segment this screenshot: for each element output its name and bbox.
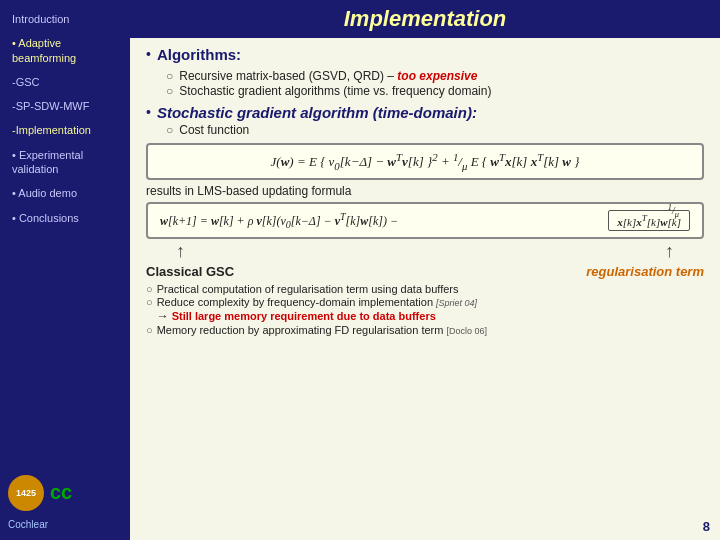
update-formula-row: w[k+1] = w[k] + ρ v[k](v0[k−Δ] − vT[k]w[… <box>160 210 690 231</box>
content-area: • Algorithms: ○ Recursive matrix-based (… <box>130 38 720 540</box>
sidebar-item-sp-sdw[interactable]: -SP-SDW-MWF <box>8 97 122 115</box>
sub-dot-4: ○ <box>146 283 153 295</box>
main-content: Implementation • Algorithms: ○ Recursive… <box>130 0 720 540</box>
spriet-ref: [Spriet 04] <box>436 298 477 308</box>
too-expensive-text: too expensive <box>397 69 477 83</box>
stochastic-section-title: Stochastic gradient algorithm (time-doma… <box>157 104 477 121</box>
sub-dot-7: ○ <box>146 324 153 336</box>
bullet1-text: Practical computation of regularisation … <box>157 283 459 295</box>
sidebar-item-experimental[interactable]: • Experimental validation <box>8 146 122 179</box>
sidebar-bottom: 1425 cc Cochlear <box>8 475 122 530</box>
cost-function-bullet: ○ Cost function <box>166 123 704 137</box>
bullet3-main: Still large memory requirement due to da… <box>172 310 436 322</box>
svg-text:cc: cc <box>50 481 72 503</box>
sub-dot-5: ○ <box>146 296 153 308</box>
algorithms-bullet: • Algorithms: <box>146 46 704 67</box>
j-formula: J(w) = E { v0[k−Δ] − wTv[k] }2 + 1/μ E {… <box>271 154 580 169</box>
reg-term-label: regularisation term <box>586 264 704 279</box>
sub-dot-3: ○ <box>166 123 173 137</box>
stochastic-algo-text: Stochastic gradient algorithms (time vs.… <box>179 84 491 98</box>
recursive-text: Recursive matrix-based (GSVD, QRD) – too… <box>179 69 477 83</box>
page-number: 8 <box>703 519 710 534</box>
stochastic-algo-bullet: ○ Stochastic gradient algorithms (time v… <box>166 84 704 98</box>
bullet-dot-algorithms: • <box>146 46 151 62</box>
cochlear-label: Cochlear <box>8 519 122 530</box>
j-formula-box: J(w) = E { v0[k−Δ] − wTv[k] }2 + 1/μ E {… <box>146 143 704 180</box>
sub-dot-1: ○ <box>166 69 173 83</box>
update-formula-box: w[k+1] = w[k] + ρ v[k](v0[k−Δ] − vT[k]w[… <box>146 202 704 239</box>
sub-dot-2: ○ <box>166 84 173 98</box>
doclo-ref: [Doclo 06] <box>446 326 487 336</box>
bullet3-text: → Still large memory requirement due to … <box>157 309 436 323</box>
bullet4-text: Memory reduction by approximating FD reg… <box>157 324 487 336</box>
algorithms-title: Algorithms: <box>157 46 241 63</box>
sidebar-item-adaptive[interactable]: • Adaptive beamforming <box>8 34 122 67</box>
arrows-row: ↑ ↑ <box>146 241 704 262</box>
sidebar-item-introduction[interactable]: Introduction <box>8 10 122 28</box>
bullet2-text: Reduce complexity by frequency-domain im… <box>157 296 477 308</box>
recursive-bullet: ○ Recursive matrix-based (GSVD, QRD) – t… <box>166 69 704 83</box>
mu-label: 1/μ <box>668 203 679 219</box>
results-line: results in LMS-based updating formula <box>146 184 704 198</box>
sidebar-item-gsc[interactable]: -GSC <box>8 73 122 91</box>
arrow-symbol: → <box>157 309 169 323</box>
page-title: Implementation <box>130 0 720 38</box>
logo-area: 1425 cc <box>8 475 122 511</box>
sidebar: Introduction • Adaptive beamforming -GSC… <box>0 0 130 540</box>
bottom-bullet-3: ○ → Still large memory requirement due t… <box>146 309 704 323</box>
bottom-bullets: ○ Practical computation of regularisatio… <box>146 283 704 336</box>
update-left-formula: w[k+1] = w[k] + ρ v[k](v0[k−Δ] − vT[k]w[… <box>160 211 398 230</box>
bottom-bullet-2: ○ Reduce complexity by frequency-domain … <box>146 296 704 308</box>
update-right-box: 1/μ x[k]xT[k]w[k] <box>608 210 690 231</box>
classical-gsc-label: Classical GSC <box>146 264 234 279</box>
bottom-bullet-1: ○ Practical computation of regularisatio… <box>146 283 704 295</box>
cc-logo: cc <box>50 481 82 505</box>
arrow-right: ↑ <box>665 241 674 262</box>
stochastic-section-bullet: • Stochastic gradient algorithm (time-do… <box>146 104 704 121</box>
classical-row: Classical GSC regularisation term <box>146 264 704 279</box>
cost-function-label: Cost function <box>179 123 249 137</box>
sidebar-item-audio[interactable]: • Audio demo <box>8 184 122 202</box>
sidebar-item-conclusions[interactable]: • Conclusions <box>8 209 122 227</box>
bullet-dot-stochastic: • <box>146 104 151 120</box>
main-wrapper: Implementation • Algorithms: ○ Recursive… <box>130 0 720 540</box>
sidebar-item-implementation[interactable]: -Implementation <box>8 121 122 139</box>
year-logo: 1425 <box>8 475 44 511</box>
arrow-left: ↑ <box>176 241 185 262</box>
bottom-bullet-4: ○ Memory reduction by approximating FD r… <box>146 324 704 336</box>
